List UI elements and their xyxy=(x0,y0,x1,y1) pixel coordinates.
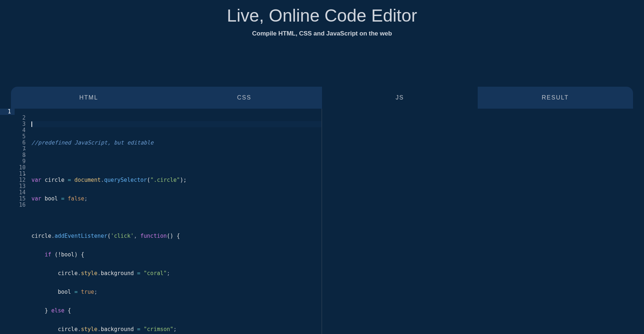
tab-css[interactable]: CSS xyxy=(167,87,322,109)
code-line xyxy=(31,121,322,127)
line-number: 14 xyxy=(11,189,26,196)
line-number: 9 xyxy=(11,158,26,165)
code-text-area[interactable]: //predefined JavaScript, but editable va… xyxy=(29,109,322,334)
line-number: 12 xyxy=(11,177,26,183)
line-number: 5 xyxy=(11,134,26,140)
line-number: 15 xyxy=(11,196,26,202)
line-number: 1 xyxy=(0,109,15,115)
page-title: Live, Online Code Editor xyxy=(0,5,644,26)
code-line: bool = true; xyxy=(31,289,322,295)
line-number: 2 xyxy=(11,115,26,121)
result-preview-pane xyxy=(322,109,633,334)
tab-js[interactable]: JS xyxy=(322,87,478,109)
code-line: var bool = false; xyxy=(31,196,322,202)
text-cursor xyxy=(31,121,32,127)
page-subtitle: Compile HTML, CSS and JavaScript on the … xyxy=(0,30,644,37)
code-line: var circle = document.querySelector(".ci… xyxy=(31,177,322,183)
code-line: circle.addEventListener('click', functio… xyxy=(31,233,322,239)
line-number: 10 xyxy=(11,165,26,171)
line-number: 8▾ xyxy=(11,152,26,158)
editor-container: HTML CSS JS RESULT 1 2 3 4 5 6 7▾ 8▾ 9 1… xyxy=(11,87,633,334)
code-line xyxy=(31,158,322,165)
line-number: 3 xyxy=(11,121,26,127)
code-line: //predefined JavaScript, but editable xyxy=(31,140,322,146)
line-number: 13 xyxy=(11,183,26,189)
line-number: 16 xyxy=(11,202,26,208)
line-number: 7▾ xyxy=(11,146,26,152)
tab-result[interactable]: RESULT xyxy=(478,87,633,109)
code-line: if (!bool) { xyxy=(31,252,322,258)
line-number: 11▾ xyxy=(11,171,26,177)
tab-html[interactable]: HTML xyxy=(11,87,167,109)
line-number: 6 xyxy=(11,140,26,146)
code-line: } else { xyxy=(31,308,322,314)
line-number-gutter: 1 2 3 4 5 6 7▾ 8▾ 9 10 11▾ 12 13 14 15 1… xyxy=(11,109,29,334)
code-line: circle.style.background = "coral"; xyxy=(31,270,322,277)
code-line xyxy=(31,214,322,221)
code-editor-pane: 1 2 3 4 5 6 7▾ 8▾ 9 10 11▾ 12 13 14 15 1… xyxy=(11,109,322,334)
page-header: Live, Online Code Editor Compile HTML, C… xyxy=(0,0,644,45)
editor-panes: 1 2 3 4 5 6 7▾ 8▾ 9 10 11▾ 12 13 14 15 1… xyxy=(11,109,633,334)
line-number: 4 xyxy=(11,127,26,134)
code-line: circle.style.background = "crimson"; xyxy=(31,326,322,333)
editor-tabs: HTML CSS JS RESULT xyxy=(11,87,633,109)
